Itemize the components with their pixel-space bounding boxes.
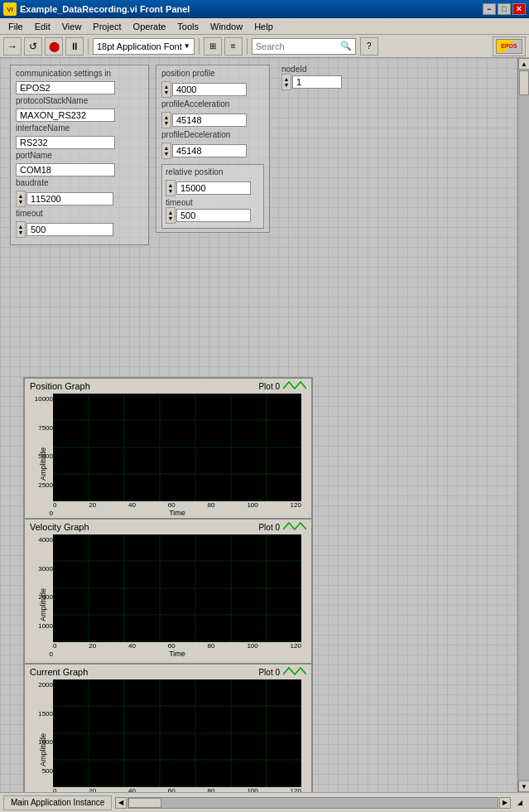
velocity-plot-label-area: Plot 0 [258, 521, 306, 533]
acceleration-spinner[interactable]: ▲▼ [161, 112, 171, 128]
device-name-value[interactable]: EPOS2 [16, 81, 115, 94]
position-plot-label: Plot 0 [258, 382, 280, 391]
velocity-y-ticks: 4000 3000 2000 1000 0 [36, 534, 53, 660]
menu-help[interactable]: Help [249, 20, 278, 33]
nodeid-panel: nodeId ▲▼ 1 [281, 65, 342, 92]
timeout-value[interactable]: 500 [26, 223, 113, 236]
port-row: COM18 [16, 163, 143, 176]
cur-ytick-2: 1000 [38, 738, 53, 746]
menu-window[interactable]: Window [205, 20, 248, 33]
align-button[interactable]: ⊞ [204, 37, 222, 56]
rel-timeout-value[interactable]: 500 [176, 209, 251, 222]
protocol-value[interactable]: MAXON_RS232 [16, 109, 115, 122]
cur-ytick-3: 1500 [38, 710, 53, 718]
scrollbar-vertical[interactable]: ▲ ▼ [517, 58, 529, 792]
current-graph-svg [53, 679, 301, 787]
maximize-button[interactable]: □ [498, 3, 511, 15]
vel-ytick-2: 2000 [38, 593, 53, 601]
current-plot-icon [283, 666, 306, 678]
timeout-spinner[interactable]: ▲▼ [16, 221, 26, 238]
position-graph-titlebar: Position Graph Plot 0 [25, 379, 311, 394]
run-continuously-button[interactable]: ↺ [24, 37, 42, 56]
current-plot-label: Plot 0 [258, 668, 280, 677]
menu-tools[interactable]: Tools [172, 20, 204, 33]
menu-operate[interactable]: Operate [128, 20, 171, 33]
scroll-left-arrow[interactable]: ◀ [115, 797, 127, 809]
status-tab[interactable]: Main Application Instance [3, 795, 112, 810]
vel-xtick-6: 120 [291, 642, 301, 650]
scroll-down-arrow[interactable]: ▼ [518, 781, 529, 792]
device-name-group: EPOS2 protocolStackName [16, 81, 143, 105]
scroll-right-arrow[interactable]: ▶ [499, 797, 511, 809]
abort-button[interactable]: ⬤ [45, 37, 63, 56]
resize-handle[interactable]: ◢ [514, 797, 526, 809]
rel-position-value[interactable]: 15000 [176, 181, 251, 195]
velocity-value[interactable]: 4000 [172, 83, 247, 96]
scroll-thumb-v[interactable] [519, 70, 529, 95]
vel-xtick-4: 80 [208, 642, 215, 650]
velocity-graph-svg [53, 534, 301, 642]
acceleration-value[interactable]: 45148 [172, 114, 247, 127]
minimize-button[interactable]: − [483, 3, 496, 15]
position-graph-area: Amplitude 10000 7500 5000 2500 0 [25, 394, 311, 534]
vel-xtick-2: 40 [128, 642, 136, 650]
baudrate-group: ▲▼ 115200 timeout [16, 191, 143, 218]
scroll-thumb-h[interactable] [128, 798, 161, 808]
nodeid-spinner[interactable]: ▲▼ [281, 74, 291, 90]
main-content: communication settings in EPOS2 protocol… [0, 58, 529, 792]
rel-position-spinner[interactable]: ▲▼ [166, 180, 176, 196]
position-y-ticks: 10000 7500 5000 2500 0 [36, 394, 53, 519]
labview-badge: EPOS [496, 39, 522, 54]
search-input[interactable] [256, 41, 339, 51]
interface-row: RS232 [16, 136, 143, 149]
cur-ytick-4: 2000 [38, 681, 53, 689]
pause-button[interactable]: ⏸ [65, 37, 84, 56]
nodeid-value[interactable]: 1 [292, 75, 342, 89]
port-value[interactable]: COM18 [16, 163, 115, 176]
velocity-plot-label: Plot 0 [258, 523, 280, 532]
scroll-up-arrow[interactable]: ▲ [518, 58, 529, 70]
baudrate-spinner[interactable]: ▲▼ [16, 191, 26, 207]
velocity-plot-icon [283, 521, 306, 533]
position-x-ticks: 0 20 40 60 80 100 120 [53, 501, 301, 509]
help-button[interactable]: ? [360, 37, 378, 56]
velocity-spinner[interactable]: ▲▼ [161, 81, 171, 98]
pos-xtick-5: 100 [247, 501, 257, 509]
position-plot-icon [283, 380, 306, 392]
rel-timeout-row: ▲▼ 500 [166, 207, 260, 224]
cur-ytick-1: 500 [42, 767, 53, 775]
protocol-group: MAXON_RS232 interfaceName [16, 109, 143, 133]
menu-file[interactable]: File [3, 20, 28, 33]
scrollbar-horizontal-area: ◀ ▶ [115, 797, 511, 809]
pos-xtick-1: 20 [89, 501, 96, 509]
menu-bar: File Edit View Project Operate Tools Win… [0, 18, 529, 35]
menu-view[interactable]: View [57, 20, 87, 33]
run-button[interactable]: → [3, 37, 22, 56]
search-icon: 🔍 [340, 41, 352, 51]
menu-edit[interactable]: Edit [30, 20, 55, 33]
acceleration-group: ▲▼ 45148 profileDeceleration [161, 112, 264, 139]
pos-ytick-4: 10000 [35, 395, 53, 403]
deceleration-spinner[interactable]: ▲▼ [161, 143, 171, 159]
toolbar-sep-1 [88, 38, 89, 55]
app-icon-label: VI [7, 6, 13, 13]
rel-timeout-spinner[interactable]: ▲▼ [166, 207, 176, 224]
font-selector[interactable]: 18pt Application Font ▼ [93, 38, 195, 55]
profile-panel: position profile ▲▼ 4000 profileAccelera… [156, 65, 270, 233]
interface-value[interactable]: RS232 [16, 136, 115, 149]
rel-timeout-label: timeout [166, 198, 260, 207]
menu-project[interactable]: Project [88, 20, 126, 33]
profile-title: position profile [161, 69, 264, 78]
search-box[interactable]: 🔍 [252, 38, 356, 55]
pos-xtick-3: 60 [168, 501, 176, 509]
distribute-button[interactable]: ≡ [224, 37, 243, 56]
velocity-graph-area: Amplitude 4000 3000 2000 1000 0 [25, 534, 311, 674]
position-plot-label-area: Plot 0 [258, 380, 306, 392]
interface-label: interfaceName [16, 123, 143, 133]
deceleration-value[interactable]: 45148 [172, 144, 247, 157]
vel-ytick-3: 3000 [38, 565, 53, 573]
comm-settings-panel: communication settings in EPOS2 protocol… [10, 65, 149, 245]
vel-xtick-5: 100 [247, 642, 257, 650]
close-button[interactable]: ✕ [512, 3, 526, 15]
baudrate-value[interactable]: 115200 [26, 192, 113, 205]
